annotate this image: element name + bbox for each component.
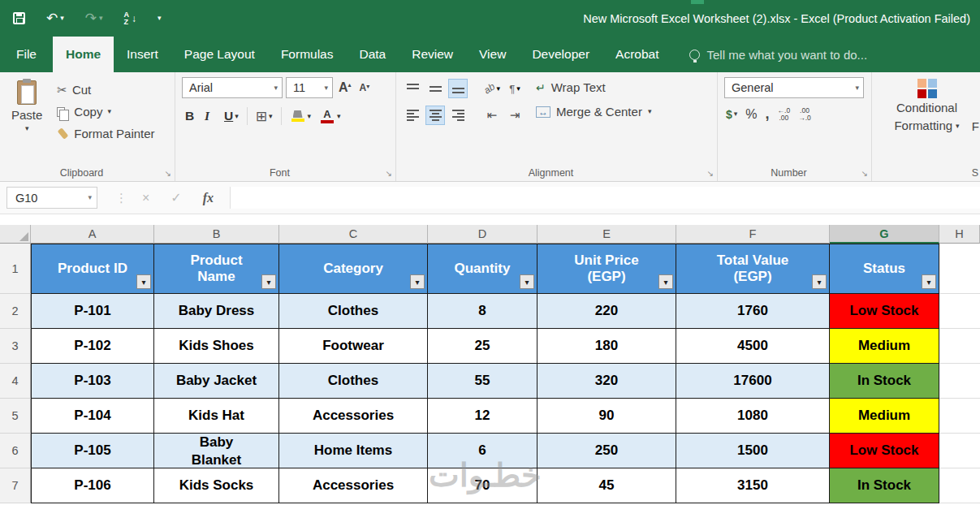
status-cell[interactable]: In Stock xyxy=(830,468,939,503)
merge-center-button[interactable]: ↔Merge & Center▾ xyxy=(536,105,651,119)
italic-button[interactable]: I xyxy=(201,106,219,127)
table-cell[interactable]: 4500 xyxy=(676,329,830,364)
cut-button[interactable]: ✂Cut xyxy=(54,79,158,101)
filter-dropdown-button[interactable]: ▾ xyxy=(520,274,534,289)
table-cell[interactable]: Baby Blanket xyxy=(154,434,279,468)
column-header-D[interactable]: D xyxy=(428,225,537,244)
table-cell[interactable]: Clothes xyxy=(279,364,428,399)
chevron-down-icon[interactable]: ▾ xyxy=(60,15,64,22)
table-cell[interactable]: 3150 xyxy=(676,468,830,503)
tab-page-layout[interactable]: Page Layout xyxy=(171,37,268,72)
increase-font-size-button[interactable]: A▴ xyxy=(336,80,354,95)
chevron-down-icon[interactable]: ▾ xyxy=(25,125,29,132)
format-painter-button[interactable]: Format Painter xyxy=(54,123,158,145)
column-header-C[interactable]: C xyxy=(279,225,428,244)
table-cell[interactable]: 17600 xyxy=(676,364,830,399)
font-color-button[interactable]: A ▾ xyxy=(316,106,344,127)
header-cell-category[interactable]: Category▾ xyxy=(279,244,428,294)
decrease-indent-button[interactable]: ⇤ xyxy=(482,106,502,125)
filter-dropdown-button[interactable]: ▾ xyxy=(922,274,936,289)
status-cell[interactable]: Medium xyxy=(830,329,939,364)
table-cell[interactable]: Kids Shoes xyxy=(154,329,279,364)
header-cell-unit-price[interactable]: Unit Price (EGP)▾ xyxy=(537,244,676,294)
table-cell[interactable]: Accessories xyxy=(279,399,428,434)
table-cell[interactable]: 1080 xyxy=(676,399,830,434)
enter-button[interactable]: ✓ xyxy=(171,190,181,205)
top-align-button[interactable] xyxy=(403,79,422,98)
status-cell[interactable]: Medium xyxy=(830,399,939,434)
fill-color-button[interactable]: ▾ xyxy=(287,106,315,127)
row-header-5[interactable]: 5 xyxy=(0,399,31,434)
table-cell[interactable]: 1500 xyxy=(676,434,830,468)
row-header-2[interactable]: 2 xyxy=(0,294,31,329)
row-header-7[interactable]: 7 xyxy=(0,468,31,503)
table-cell[interactable]: P-102 xyxy=(31,329,154,364)
filter-dropdown-button[interactable]: ▾ xyxy=(136,274,151,289)
tab-data[interactable]: Data xyxy=(346,37,399,72)
paste-button[interactable]: Paste ▾ xyxy=(6,77,50,163)
header-cell-product-name[interactable]: Product Name▾ xyxy=(154,244,279,294)
filter-dropdown-button[interactable]: ▾ xyxy=(658,274,673,289)
chevron-down-icon[interactable]: ▾ xyxy=(107,108,111,115)
table-cell[interactable]: 25 xyxy=(428,329,537,364)
conditional-formatting-button[interactable]: Conditional Formatting▾ xyxy=(879,77,975,134)
chevron-down-icon[interactable]: ▾ xyxy=(308,113,312,120)
tab-home[interactable]: Home xyxy=(53,37,114,72)
chevron-down-icon[interactable]: ▾ xyxy=(88,194,92,201)
align-center-button[interactable] xyxy=(425,106,445,125)
cancel-button[interactable]: × xyxy=(142,191,149,205)
filter-dropdown-button[interactable]: ▾ xyxy=(812,274,827,289)
table-cell[interactable]: Footwear xyxy=(279,329,428,364)
table-cell[interactable]: P-103 xyxy=(31,364,154,399)
table-cell[interactable]: 1760 xyxy=(676,294,830,329)
table-cell[interactable]: Baby Jacket xyxy=(154,364,279,399)
underline-button[interactable]: U▾ xyxy=(221,106,242,127)
row-header-6[interactable]: 6 xyxy=(0,434,31,468)
empty-cell[interactable] xyxy=(939,364,980,399)
table-cell[interactable]: 70 xyxy=(428,468,537,503)
percent-style-button[interactable]: % xyxy=(745,107,757,122)
bold-button[interactable]: B xyxy=(182,106,200,127)
row-header-3[interactable]: 3 xyxy=(0,329,31,364)
table-cell[interactable]: 55 xyxy=(428,364,537,399)
header-cell-total-value[interactable]: Total Value (EGP)▾ xyxy=(676,244,830,294)
borders-button[interactable]: ⊞▾ xyxy=(253,106,276,127)
font-name-combobox[interactable]: Arial▾ xyxy=(182,77,283,98)
tell-me-box[interactable]: Tell me what you want to do... xyxy=(689,37,867,72)
table-cell[interactable]: Home Items xyxy=(279,434,428,468)
chevron-down-icon[interactable]: ▾ xyxy=(235,113,239,120)
sort-az-button[interactable]: AZ ↓ xyxy=(124,11,137,26)
undo-button[interactable]: ↶▾ xyxy=(46,11,64,25)
status-cell[interactable]: In Stock xyxy=(830,364,939,399)
chevron-down-icon[interactable]: ▾ xyxy=(269,113,273,120)
table-cell[interactable]: 320 xyxy=(537,364,676,399)
formula-input[interactable] xyxy=(230,187,980,209)
table-cell[interactable]: 8 xyxy=(428,294,537,329)
filter-dropdown-button[interactable]: ▾ xyxy=(410,274,425,289)
number-format-combobox[interactable]: General▾ xyxy=(724,77,864,98)
table-cell[interactable]: P-105 xyxy=(31,434,154,468)
empty-cell[interactable] xyxy=(939,294,980,329)
clipboard-dialog-launcher[interactable]: ↘ xyxy=(165,169,171,178)
table-cell[interactable]: 45 xyxy=(537,468,676,503)
row-header-1[interactable]: 1 xyxy=(0,244,31,294)
redo-button[interactable]: ↷▾ xyxy=(85,11,103,25)
insert-function-button[interactable]: fx xyxy=(203,191,214,205)
filter-dropdown-button[interactable]: ▾ xyxy=(261,274,276,289)
table-cell[interactable]: 250 xyxy=(537,434,676,468)
tab-acrobat[interactable]: Acrobat xyxy=(602,37,671,72)
tab-file[interactable]: File xyxy=(0,37,53,72)
number-dialog-launcher[interactable]: ↘ xyxy=(861,169,868,178)
comma-style-button[interactable]: , xyxy=(766,106,770,123)
table-cell[interactable]: Kids Hat xyxy=(154,399,279,434)
table-cell[interactable]: P-101 xyxy=(31,294,154,329)
decrease-font-size-button[interactable]: A▾ xyxy=(357,82,373,93)
column-header-E[interactable]: E xyxy=(537,225,676,244)
row-header-4[interactable]: 4 xyxy=(0,364,31,399)
status-cell[interactable]: Low Stock xyxy=(830,294,939,329)
align-right-button[interactable] xyxy=(448,106,468,125)
table-cell[interactable]: 220 xyxy=(537,294,676,329)
status-cell[interactable]: Low Stock xyxy=(830,434,939,468)
header-cell-quantity[interactable]: Quantity▾ xyxy=(428,244,537,294)
table-cell[interactable]: Accessories xyxy=(279,468,428,503)
